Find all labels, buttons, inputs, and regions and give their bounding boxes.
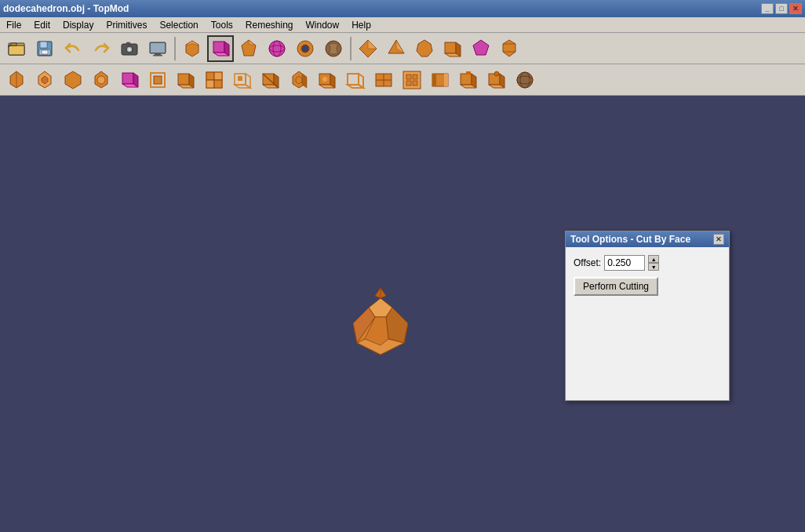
t-btn-2[interactable] <box>31 67 58 93</box>
shape-dodecahedron[interactable] <box>179 35 206 62</box>
t-btn-3[interactable] <box>60 67 86 93</box>
menu-tools[interactable]: Tools <box>205 17 239 32</box>
offset-spinner: ▲ ▼ <box>648 255 659 271</box>
t-btn-9[interactable] <box>229 67 256 93</box>
svg-marker-43 <box>65 71 81 89</box>
shape-icosa[interactable] <box>411 35 438 62</box>
menu-file[interactable]: File <box>0 17 27 32</box>
svg-rect-50 <box>154 76 162 84</box>
separator2 <box>350 37 352 60</box>
tool-panel-header: Tool Options - Cut By Face ✕ <box>566 231 729 247</box>
tool-panel-body: Offset: ▲ ▼ Perform Cutting <box>566 247 729 400</box>
svg-point-96 <box>517 72 533 88</box>
svg-marker-76 <box>348 85 363 88</box>
shape-gem[interactable] <box>235 35 262 62</box>
svg-rect-5 <box>42 50 48 54</box>
t-btn-7[interactable] <box>173 67 199 93</box>
svg-point-8 <box>128 48 131 51</box>
svg-rect-81 <box>406 75 411 79</box>
close-button[interactable]: ✕ <box>789 3 802 14</box>
svg-rect-83 <box>406 81 411 86</box>
spin-down-button[interactable]: ▼ <box>648 263 659 271</box>
menu-selection[interactable]: Selection <box>153 17 204 32</box>
shape-octahedron[interactable] <box>355 35 381 62</box>
shape-cube2[interactable] <box>439 35 466 62</box>
svg-rect-46 <box>122 73 133 84</box>
screenshot-button[interactable] <box>116 35 143 62</box>
spin-up-button[interactable]: ▲ <box>648 255 659 263</box>
t-btn-19[interactable] <box>512 67 538 93</box>
menu-remeshing[interactable]: Remeshing <box>239 17 300 32</box>
svg-point-45 <box>97 76 105 84</box>
display-button[interactable] <box>144 35 171 62</box>
perform-cutting-button[interactable]: Perform Cutting <box>574 277 658 296</box>
minimize-button[interactable]: _ <box>761 3 774 14</box>
svg-marker-103 <box>386 308 408 343</box>
offset-label: Offset: <box>574 257 601 268</box>
canvas-area[interactable]: Tool Options - Cut By Face ✕ Offset: ▲ ▼… <box>0 111 805 532</box>
menu-primitives[interactable]: Primitives <box>100 17 153 32</box>
t-btn-12[interactable] <box>314 67 341 93</box>
t-btn-5[interactable] <box>116 67 143 93</box>
svg-point-21 <box>269 41 285 56</box>
svg-rect-88 <box>461 74 472 85</box>
svg-rect-55 <box>206 72 214 80</box>
shape-sphere[interactable] <box>264 35 290 62</box>
svg-rect-3 <box>40 42 47 48</box>
svg-point-25 <box>301 45 309 53</box>
svg-marker-86 <box>432 74 436 86</box>
titlebar-title: dodecahedron.obj - TopMod <box>3 3 129 14</box>
svg-rect-16 <box>213 42 224 53</box>
t-btn-13[interactable] <box>342 67 369 93</box>
shape-dual[interactable] <box>468 35 494 62</box>
save-button[interactable] <box>31 35 58 62</box>
t-btn-14[interactable] <box>370 67 397 93</box>
menu-window[interactable]: Window <box>300 17 346 32</box>
svg-marker-87 <box>444 74 448 86</box>
svg-point-73 <box>322 77 327 82</box>
t-btn-4[interactable] <box>88 67 115 93</box>
svg-marker-28 <box>368 40 377 49</box>
svg-rect-12 <box>155 53 161 55</box>
t-btn-18[interactable] <box>483 67 510 93</box>
svg-rect-80 <box>403 71 421 89</box>
svg-point-95 <box>494 71 499 76</box>
svg-marker-36 <box>503 40 515 56</box>
shape-cube[interactable] <box>207 35 234 62</box>
t-btn-6[interactable] <box>144 67 171 93</box>
svg-marker-61 <box>235 85 250 88</box>
svg-rect-9 <box>126 42 130 45</box>
menu-edit[interactable]: Edit <box>27 17 56 32</box>
t-btn-15[interactable] <box>399 67 425 93</box>
redo-button[interactable] <box>88 35 115 62</box>
shape-gem2[interactable] <box>496 35 523 62</box>
3d-object <box>330 284 432 386</box>
maximize-button[interactable]: □ <box>775 3 788 14</box>
menubar: File Edit Display Primitives Selection T… <box>0 17 805 33</box>
t-btn-1[interactable] <box>3 67 30 93</box>
shape-tetra2[interactable] <box>383 35 410 62</box>
menu-display[interactable]: Display <box>56 17 100 32</box>
t-btn-8[interactable] <box>201 67 228 93</box>
shape-torus[interactable] <box>292 35 319 62</box>
tool-panel-close-button[interactable]: ✕ <box>713 234 724 245</box>
svg-rect-91 <box>466 71 471 75</box>
t-btn-16[interactable] <box>427 67 453 93</box>
titlebar-controls: _ □ ✕ <box>761 3 802 14</box>
svg-rect-1 <box>9 46 24 55</box>
svg-rect-51 <box>178 74 189 85</box>
svg-rect-11 <box>151 43 165 53</box>
menu-help[interactable]: Help <box>345 17 377 32</box>
shape-ball[interactable] <box>320 35 347 62</box>
open-button[interactable] <box>3 35 30 62</box>
toolbar1 <box>0 33 805 64</box>
undo-button[interactable] <box>60 35 86 62</box>
svg-rect-58 <box>214 80 222 88</box>
svg-rect-62 <box>238 76 242 81</box>
t-btn-10[interactable] <box>257 67 284 93</box>
t-btn-17[interactable] <box>455 67 482 93</box>
offset-input[interactable] <box>604 255 645 271</box>
t-btn-11[interactable] <box>286 67 312 93</box>
toolbar2 <box>0 64 805 96</box>
svg-rect-57 <box>206 80 214 88</box>
